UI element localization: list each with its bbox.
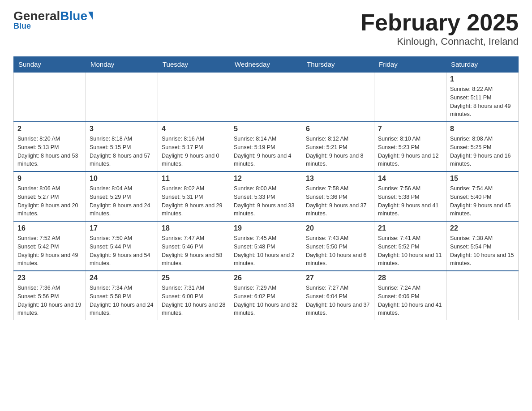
logo-arrow-icon [88,12,93,20]
table-row: 19Sunrise: 7:45 AMSunset: 5:48 PMDayligh… [230,221,302,271]
table-row [374,72,446,122]
logo-subtitle: Blue [13,21,31,31]
table-row: 22Sunrise: 7:38 AMSunset: 5:54 PMDayligh… [446,221,519,271]
day-number: 22 [450,224,515,232]
table-row [230,72,302,122]
day-info: Sunrise: 8:00 AMSunset: 5:33 PMDaylight:… [234,184,298,218]
day-number: 17 [90,224,154,232]
logo: GeneralBlue Blue [13,9,93,31]
table-row [302,72,374,122]
day-info: Sunrise: 7:24 AMSunset: 6:06 PMDaylight:… [378,284,442,317]
calendar-week-row: 1Sunrise: 8:22 AMSunset: 5:11 PMDaylight… [14,72,519,122]
table-row [446,271,519,320]
day-info: Sunrise: 7:54 AMSunset: 5:40 PMDaylight:… [450,184,515,218]
day-info: Sunrise: 7:45 AMSunset: 5:48 PMDaylight:… [234,234,298,268]
day-info: Sunrise: 8:04 AMSunset: 5:29 PMDaylight:… [90,184,154,218]
table-row: 5Sunrise: 8:14 AMSunset: 5:19 PMDaylight… [230,122,302,171]
day-info: Sunrise: 8:06 AMSunset: 5:27 PMDaylight:… [17,184,82,218]
day-info: Sunrise: 7:43 AMSunset: 5:50 PMDaylight:… [306,234,370,268]
table-row: 2Sunrise: 8:20 AMSunset: 5:13 PMDaylight… [14,122,86,171]
day-info: Sunrise: 7:58 AMSunset: 5:36 PMDaylight:… [306,184,370,218]
day-number: 9 [17,175,82,183]
day-number: 25 [162,274,226,282]
page-subtitle: Kinlough, Connacht, Ireland [360,36,519,47]
logo-blue: Blue [60,9,87,23]
header-sunday: Sunday [14,57,86,73]
day-number: 27 [306,274,370,282]
day-number: 20 [306,224,370,232]
calendar-header-row: Sunday Monday Tuesday Wednesday Thursday… [14,57,519,73]
day-number: 28 [378,274,442,282]
day-number: 26 [234,274,298,282]
table-row: 23Sunrise: 7:36 AMSunset: 5:56 PMDayligh… [14,271,86,320]
day-number: 21 [378,224,442,232]
day-number: 2 [17,125,82,133]
day-info: Sunrise: 7:27 AMSunset: 6:04 PMDaylight:… [306,284,370,317]
table-row: 24Sunrise: 7:34 AMSunset: 5:58 PMDayligh… [86,271,158,320]
table-row: 6Sunrise: 8:12 AMSunset: 5:21 PMDaylight… [302,122,374,171]
day-info: Sunrise: 8:02 AMSunset: 5:31 PMDaylight:… [162,184,226,218]
table-row: 21Sunrise: 7:41 AMSunset: 5:52 PMDayligh… [374,221,446,271]
table-row: 12Sunrise: 8:00 AMSunset: 5:33 PMDayligh… [230,171,302,221]
day-number: 7 [378,125,442,133]
calendar-week-row: 9Sunrise: 8:06 AMSunset: 5:27 PMDaylight… [14,171,519,221]
day-number: 12 [234,175,298,183]
day-info: Sunrise: 8:16 AMSunset: 5:17 PMDaylight:… [162,135,226,168]
calendar-week-row: 23Sunrise: 7:36 AMSunset: 5:56 PMDayligh… [14,271,519,320]
day-info: Sunrise: 7:47 AMSunset: 5:46 PMDaylight:… [162,234,226,268]
table-row: 20Sunrise: 7:43 AMSunset: 5:50 PMDayligh… [302,221,374,271]
day-number: 11 [162,175,226,183]
table-row: 26Sunrise: 7:29 AMSunset: 6:02 PMDayligh… [230,271,302,320]
table-row: 25Sunrise: 7:31 AMSunset: 6:00 PMDayligh… [158,271,230,320]
header-monday: Monday [86,57,158,73]
table-row: 11Sunrise: 8:02 AMSunset: 5:31 PMDayligh… [158,171,230,221]
calendar-week-row: 16Sunrise: 7:52 AMSunset: 5:42 PMDayligh… [14,221,519,271]
day-number: 19 [234,224,298,232]
page-header: GeneralBlue Blue February 2025 Kinlough,… [13,9,519,47]
day-number: 23 [17,274,82,282]
day-info: Sunrise: 8:12 AMSunset: 5:21 PMDaylight:… [306,135,370,168]
table-row: 3Sunrise: 8:18 AMSunset: 5:15 PMDaylight… [86,122,158,171]
table-row [14,72,86,122]
table-row: 17Sunrise: 7:50 AMSunset: 5:44 PMDayligh… [86,221,158,271]
day-info: Sunrise: 7:56 AMSunset: 5:38 PMDaylight:… [378,184,442,218]
day-number: 18 [162,224,226,232]
day-info: Sunrise: 8:18 AMSunset: 5:15 PMDaylight:… [90,135,154,168]
day-number: 8 [450,125,515,133]
table-row: 1Sunrise: 8:22 AMSunset: 5:11 PMDaylight… [446,72,519,122]
table-row [86,72,158,122]
table-row: 28Sunrise: 7:24 AMSunset: 6:06 PMDayligh… [374,271,446,320]
day-info: Sunrise: 7:36 AMSunset: 5:56 PMDaylight:… [17,284,82,317]
table-row: 10Sunrise: 8:04 AMSunset: 5:29 PMDayligh… [86,171,158,221]
day-info: Sunrise: 7:41 AMSunset: 5:52 PMDaylight:… [378,234,442,268]
day-number: 1 [450,75,515,83]
day-info: Sunrise: 7:34 AMSunset: 5:58 PMDaylight:… [90,284,154,317]
day-number: 4 [162,125,226,133]
table-row: 14Sunrise: 7:56 AMSunset: 5:38 PMDayligh… [374,171,446,221]
day-info: Sunrise: 7:50 AMSunset: 5:44 PMDaylight:… [90,234,154,268]
day-number: 24 [90,274,154,282]
day-number: 3 [90,125,154,133]
day-info: Sunrise: 7:38 AMSunset: 5:54 PMDaylight:… [450,234,515,268]
day-info: Sunrise: 8:20 AMSunset: 5:13 PMDaylight:… [17,135,82,168]
table-row: 7Sunrise: 8:10 AMSunset: 5:23 PMDaylight… [374,122,446,171]
day-info: Sunrise: 8:10 AMSunset: 5:23 PMDaylight:… [378,135,442,168]
header-saturday: Saturday [446,57,519,73]
table-row: 16Sunrise: 7:52 AMSunset: 5:42 PMDayligh… [14,221,86,271]
table-row: 18Sunrise: 7:47 AMSunset: 5:46 PMDayligh… [158,221,230,271]
day-info: Sunrise: 8:08 AMSunset: 5:25 PMDaylight:… [450,135,515,168]
table-row: 4Sunrise: 8:16 AMSunset: 5:17 PMDaylight… [158,122,230,171]
day-info: Sunrise: 8:22 AMSunset: 5:11 PMDaylight:… [450,85,515,119]
day-info: Sunrise: 7:52 AMSunset: 5:42 PMDaylight:… [17,234,82,268]
table-row: 8Sunrise: 8:08 AMSunset: 5:25 PMDaylight… [446,122,519,171]
title-block: February 2025 Kinlough, Connacht, Irelan… [360,9,519,47]
header-thursday: Thursday [302,57,374,73]
day-number: 10 [90,175,154,183]
day-info: Sunrise: 7:29 AMSunset: 6:02 PMDaylight:… [234,284,298,317]
header-wednesday: Wednesday [230,57,302,73]
day-info: Sunrise: 7:31 AMSunset: 6:00 PMDaylight:… [162,284,226,317]
day-number: 15 [450,175,515,183]
calendar-week-row: 2Sunrise: 8:20 AMSunset: 5:13 PMDaylight… [14,122,519,171]
day-number: 6 [306,125,370,133]
day-info: Sunrise: 8:14 AMSunset: 5:19 PMDaylight:… [234,135,298,168]
